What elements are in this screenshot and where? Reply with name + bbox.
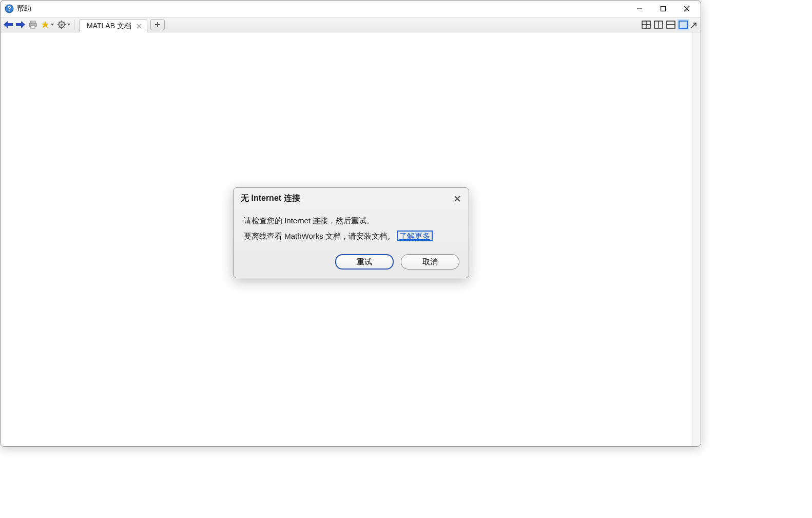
svg-rect-35	[679, 21, 687, 28]
dialog-message-line1: 请检查您的 Internet 连接，然后重试。	[244, 213, 459, 228]
tabstrip: MATLAB 文档	[79, 17, 165, 32]
svg-line-21	[64, 22, 65, 23]
retry-button[interactable]: 重试	[335, 254, 394, 270]
tab-matlab-doc[interactable]: MATLAB 文档	[79, 19, 147, 32]
svg-rect-3	[661, 7, 666, 11]
chevron-down-icon	[51, 24, 54, 26]
dialog-title: 无 Internet 连接	[241, 193, 452, 204]
svg-text:?: ?	[7, 5, 11, 12]
no-internet-dialog: 无 Internet 连接 请检查您的 Internet 连接，然后重试。 要离…	[233, 187, 469, 278]
svg-line-20	[64, 27, 65, 28]
svg-line-22	[59, 27, 60, 28]
svg-marker-6	[4, 21, 13, 28]
settings-button[interactable]	[56, 19, 71, 30]
dialog-message-line2: 要离线查看 MathWorks 文档，请安装文档。 了解更多	[244, 228, 459, 244]
svg-rect-10	[31, 26, 35, 28]
dialog-message-line2-text: 要离线查看 MathWorks 文档，请安装文档。	[244, 232, 395, 240]
svg-marker-12	[51, 24, 54, 26]
forward-button[interactable]	[15, 19, 26, 30]
new-tab-button[interactable]	[150, 19, 165, 30]
layout-grid-button[interactable]	[640, 19, 652, 30]
toolbar-left-group	[3, 17, 76, 32]
undock-button[interactable]	[689, 19, 700, 30]
tab-close-button[interactable]	[136, 23, 143, 30]
help-app-icon: ?	[5, 4, 14, 13]
content-area: 无 Internet 连接 请检查您的 Internet 连接，然后重试。 要离…	[1, 32, 701, 446]
dialog-close-button[interactable]	[452, 194, 462, 204]
minimize-button[interactable]	[628, 1, 651, 17]
chevron-down-icon	[67, 24, 70, 26]
svg-rect-8	[30, 21, 35, 23]
layout-single-button[interactable]	[677, 19, 689, 30]
svg-line-19	[59, 22, 60, 23]
svg-point-14	[61, 24, 63, 26]
svg-marker-7	[16, 21, 25, 28]
titlebar: ? 帮助	[1, 1, 701, 17]
back-button[interactable]	[3, 19, 14, 30]
favorites-button[interactable]	[40, 19, 55, 30]
print-button[interactable]	[27, 19, 38, 30]
help-window: ? 帮助	[0, 0, 701, 447]
learn-more-link[interactable]: 了解更多	[397, 231, 433, 241]
svg-marker-23	[67, 24, 70, 26]
window-title: 帮助	[17, 4, 31, 13]
tab-label: MATLAB 文档	[87, 22, 131, 31]
close-button[interactable]	[675, 1, 699, 17]
maximize-button[interactable]	[651, 1, 675, 17]
svg-marker-11	[42, 21, 49, 28]
layout-columns-button[interactable]	[652, 19, 665, 30]
toolbar-separator	[74, 20, 74, 30]
toolbar: MATLAB 文档	[1, 17, 701, 32]
toolbar-right-group	[640, 17, 701, 32]
layout-rows-button[interactable]	[665, 19, 677, 30]
dialog-body: 请检查您的 Internet 连接，然后重试。 要离线查看 MathWorks …	[234, 208, 469, 254]
dialog-button-row: 重试 取消	[234, 254, 469, 278]
dialog-header: 无 Internet 连接	[234, 188, 469, 208]
cancel-button[interactable]: 取消	[401, 254, 459, 270]
